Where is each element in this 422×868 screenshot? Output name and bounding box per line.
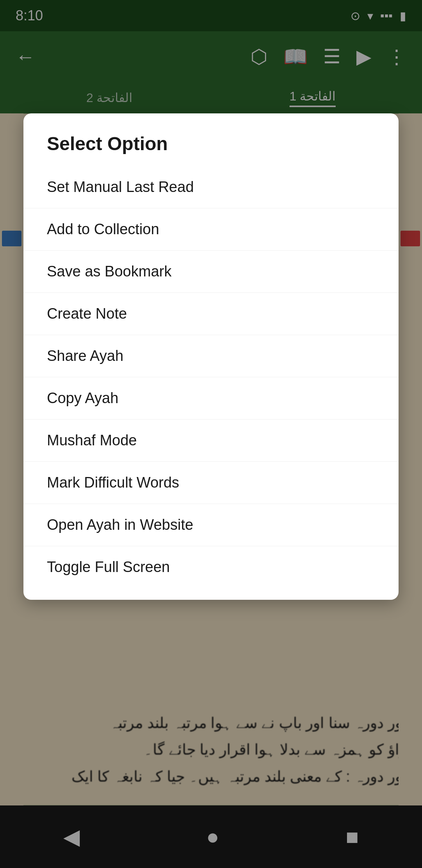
menu-item-open-ayah-in-website[interactable]: Open Ayah in Website [23,504,399,546]
menu-item-add-to-collection[interactable]: Add to Collection [23,208,399,251]
menu-item-save-as-bookmark[interactable]: Save as Bookmark [23,251,399,293]
menu-item-toggle-full-screen[interactable]: Toggle Full Screen [23,546,399,588]
menu-item-copy-ayah[interactable]: Copy Ayah [23,377,399,420]
select-option-dialog: Select Option Set Manual Last Read Add t… [23,113,399,600]
menu-item-create-note[interactable]: Create Note [23,293,399,335]
menu-item-mark-difficult-words[interactable]: Mark Difficult Words [23,462,399,504]
dialog-title: Select Option [23,133,399,166]
menu-item-mushaf-mode[interactable]: Mushaf Mode [23,420,399,462]
menu-item-set-manual-last-read[interactable]: Set Manual Last Read [23,166,399,208]
menu-item-share-ayah[interactable]: Share Ayah [23,335,399,377]
